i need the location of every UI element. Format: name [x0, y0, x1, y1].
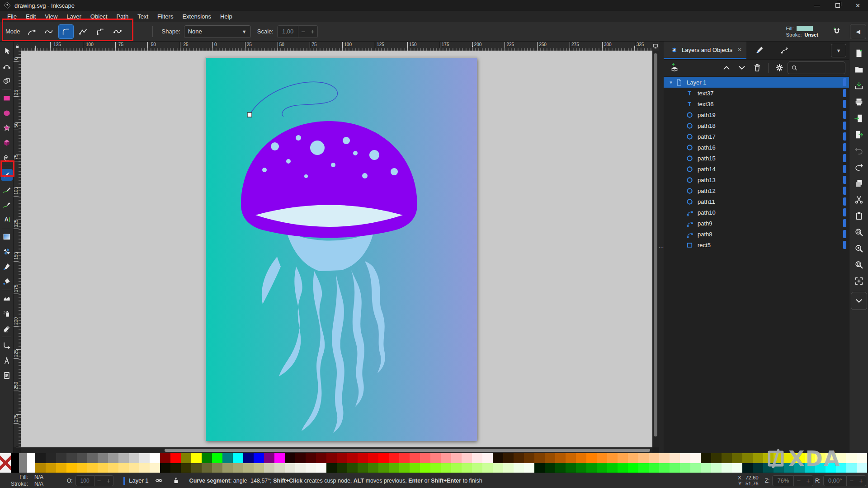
palette-swatch[interactable] [566, 453, 576, 463]
vertical-scrollbar[interactable] [652, 51, 659, 447]
menu-item[interactable]: Layer [62, 12, 86, 21]
palette-swatch[interactable] [108, 453, 118, 463]
palette-swatch[interactable] [649, 453, 659, 463]
palette-swatch[interactable] [274, 463, 285, 473]
palette-swatch[interactable] [170, 453, 181, 463]
scale-increment-button[interactable]: + [308, 28, 317, 35]
fill-stroke-status[interactable]: Fill:N/A Stroke:N/A [0, 474, 54, 487]
text-tool[interactable] [1, 214, 13, 225]
palette-swatch[interactable] [347, 453, 358, 463]
zoom-center-page-button[interactable] [852, 274, 866, 288]
palette-swatch[interactable] [399, 453, 410, 463]
black-swatch[interactable] [11, 453, 19, 473]
open-document-button[interactable] [852, 63, 866, 76]
collapse-snap-bar-button[interactable]: ◀ [850, 24, 866, 39]
pen-mode-button[interactable] [75, 24, 91, 39]
menu-item[interactable]: Filters [153, 12, 178, 21]
pencil-tool[interactable] [1, 184, 13, 196]
palette-swatch[interactable] [472, 453, 482, 463]
horizontal-ruler[interactable]: -125-100-75-50-2502550751001251501752002… [21, 42, 652, 51]
palette-swatch[interactable] [649, 463, 659, 473]
palette-swatch[interactable] [420, 453, 430, 463]
palette-swatch[interactable] [774, 463, 784, 473]
palette-swatch[interactable] [212, 463, 222, 473]
palette-swatch[interactable] [77, 463, 87, 473]
palette-swatch[interactable] [701, 463, 711, 473]
close-button[interactable]: ✕ [848, 0, 868, 11]
visibility-indicator[interactable] [843, 132, 846, 141]
palette-swatch[interactable] [618, 463, 628, 473]
palette-swatch[interactable] [638, 453, 649, 463]
move-down-button[interactable] [735, 61, 749, 74]
palette-swatch[interactable] [659, 453, 670, 463]
palette-swatch[interactable] [139, 463, 150, 473]
layer-row[interactable]: text37 [664, 88, 849, 99]
paint-bucket-tool[interactable] [1, 276, 13, 287]
palette-swatch[interactable] [586, 453, 597, 463]
minimize-button[interactable]: — [807, 0, 827, 11]
palette-swatch[interactable] [202, 453, 212, 463]
palette-swatch[interactable] [87, 453, 98, 463]
menu-item[interactable]: Text [133, 12, 153, 21]
palette-swatch[interactable] [597, 453, 607, 463]
palette-swatch[interactable] [87, 463, 98, 473]
palette-swatch[interactable] [545, 453, 555, 463]
palette-swatch[interactable] [368, 453, 378, 463]
undo-button[interactable] [852, 144, 866, 158]
horizontal-scrollbar[interactable] [21, 447, 652, 453]
palette-swatch[interactable] [628, 463, 638, 473]
palette-swatch[interactable] [763, 463, 774, 473]
palette-swatch[interactable] [670, 463, 680, 473]
pen-mode-button[interactable] [41, 24, 57, 39]
rectangle-tool[interactable] [1, 92, 13, 104]
opacity-decrement-button[interactable]: − [94, 477, 104, 484]
vertical-ruler[interactable]: 0255075100125150175200225250275 [14, 51, 21, 447]
layer-row[interactable]: rect5 [664, 239, 849, 250]
palette-swatch[interactable] [56, 463, 66, 473]
visibility-indicator[interactable] [843, 219, 846, 227]
layer-row[interactable]: text36 [664, 99, 849, 109]
dock-overflow-button[interactable]: ▼ [831, 44, 846, 57]
palette-swatch[interactable] [482, 463, 493, 473]
palette-swatch[interactable] [794, 453, 805, 463]
import-button[interactable] [852, 112, 866, 125]
palette-swatch[interactable] [763, 453, 774, 463]
print-button[interactable] [852, 95, 866, 109]
document-page[interactable] [205, 57, 476, 441]
palette-swatch[interactable] [555, 463, 566, 473]
palette-swatch[interactable] [295, 453, 306, 463]
palette-swatch[interactable] [337, 453, 347, 463]
palette-swatch[interactable] [576, 463, 586, 473]
pen-mode-button[interactable] [58, 24, 74, 39]
panel-resize-handle[interactable]: ⋮ [659, 42, 664, 453]
move-up-button[interactable] [719, 61, 734, 74]
palette-swatch[interactable] [285, 463, 295, 473]
palette-swatch[interactable] [732, 463, 742, 473]
palette-swatch[interactable] [160, 453, 170, 463]
palette-swatch[interactable] [690, 453, 701, 463]
palette-swatch[interactable] [586, 463, 597, 473]
menu-item[interactable]: Edit [21, 12, 40, 21]
layer-row[interactable]: path10 [664, 207, 849, 218]
palette-swatch[interactable] [306, 463, 316, 473]
canvas[interactable] [21, 51, 652, 447]
palette-swatch[interactable] [493, 453, 503, 463]
palette-swatch[interactable] [690, 463, 701, 473]
snap-toggle-button[interactable] [832, 27, 842, 37]
palette-swatch[interactable] [170, 463, 181, 473]
palette-swatch[interactable] [254, 463, 264, 473]
scale-decrement-button[interactable]: − [298, 28, 308, 35]
current-layer-selector[interactable]: Layer 1 [129, 477, 148, 484]
palette-swatch[interactable] [555, 453, 566, 463]
palette-swatch[interactable] [378, 453, 389, 463]
layer-row[interactable]: path13 [664, 174, 849, 185]
layer-row[interactable]: path11 [664, 196, 849, 207]
palette-swatch[interactable] [618, 453, 628, 463]
palette-swatch[interactable] [524, 453, 534, 463]
visibility-indicator[interactable] [843, 100, 846, 108]
palette-swatch[interactable] [222, 453, 233, 463]
opacity-stepper[interactable]: − + [94, 475, 114, 486]
palette-swatch[interactable] [326, 463, 337, 473]
redo-button[interactable] [852, 160, 866, 174]
palette-swatch[interactable] [233, 453, 243, 463]
